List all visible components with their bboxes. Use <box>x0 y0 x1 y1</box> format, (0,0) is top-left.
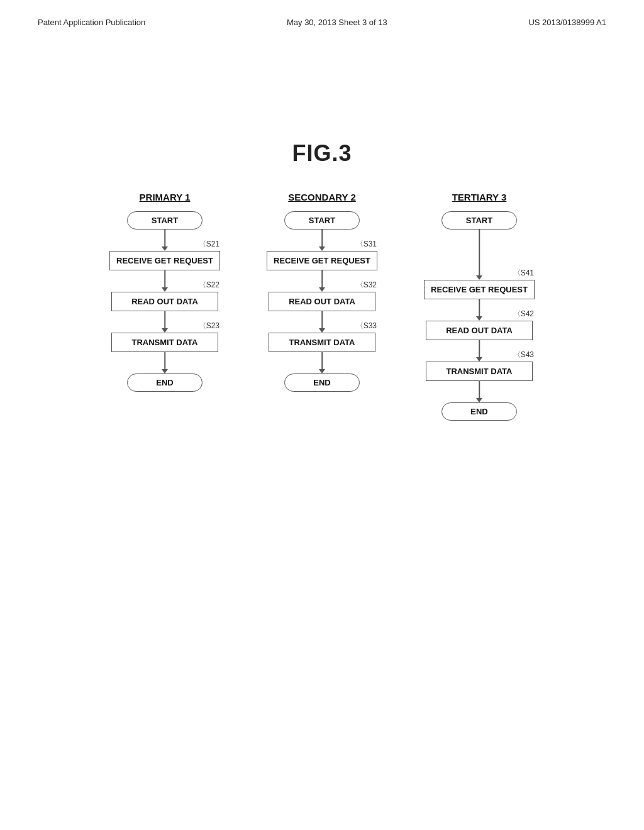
receive-get-request-primary: RECEIVE GET REQUEST <box>109 251 220 270</box>
read-out-data-secondary: READ OUT DATA <box>269 292 375 311</box>
transmit-data-secondary: TRANSMIT DATA <box>269 333 375 352</box>
diagram-area: PRIMARY 1 START 〈S21 RECEIVE GET REQUEST… <box>0 192 644 421</box>
step-label-s41: 〈S41 <box>513 268 534 279</box>
read-out-data-tertiary: READ OUT DATA <box>426 321 533 340</box>
start-node-tertiary: START <box>441 211 517 230</box>
receive-get-request-tertiary: RECEIVE GET REQUEST <box>424 280 535 299</box>
transmit-data-tertiary: TRANSMIT DATA <box>426 362 533 381</box>
step-label-s31: 〈S31 <box>356 239 377 250</box>
step-label-s32: 〈S32 <box>356 280 377 290</box>
start-node-primary: START <box>127 211 203 230</box>
col-title-tertiary: TERTIARY 3 <box>452 192 507 202</box>
step-label-s21: 〈S21 <box>199 239 219 250</box>
end-node-tertiary: END <box>441 402 517 421</box>
header-right: US 2013/0138999 A1 <box>528 18 606 27</box>
transmit-data-primary: TRANSMIT DATA <box>111 333 218 352</box>
figure-title: FIG.3 <box>0 140 644 167</box>
step-label-s43: 〈S43 <box>513 350 534 360</box>
flow-column-tertiary: TERTIARY 3 START 〈S41 RECEIVE GET REQUES… <box>407 192 552 421</box>
step-label-s33: 〈S33 <box>356 321 377 331</box>
step-label-s42: 〈S42 <box>513 309 534 319</box>
step-label-s23: 〈S23 <box>199 321 219 331</box>
read-out-data-primary: READ OUT DATA <box>111 292 218 311</box>
col-title-primary: PRIMARY 1 <box>140 192 191 202</box>
col-title-secondary: SECONDARY 2 <box>288 192 356 202</box>
flow-column-secondary: SECONDARY 2 START 〈S31 RECEIVE GET REQUE… <box>250 192 394 392</box>
end-node-primary: END <box>127 374 203 392</box>
start-node-secondary: START <box>284 211 360 230</box>
header-left: Patent Application Publication <box>38 18 145 27</box>
page-header: Patent Application Publication May 30, 2… <box>0 0 644 27</box>
page: Patent Application Publication May 30, 2… <box>0 0 644 830</box>
header-center: May 30, 2013 Sheet 3 of 13 <box>287 18 387 27</box>
flow-column-primary: PRIMARY 1 START 〈S21 RECEIVE GET REQUEST… <box>92 192 237 392</box>
receive-get-request-secondary: RECEIVE GET REQUEST <box>267 251 377 270</box>
end-node-secondary: END <box>284 374 360 392</box>
step-label-s22: 〈S22 <box>199 280 219 290</box>
